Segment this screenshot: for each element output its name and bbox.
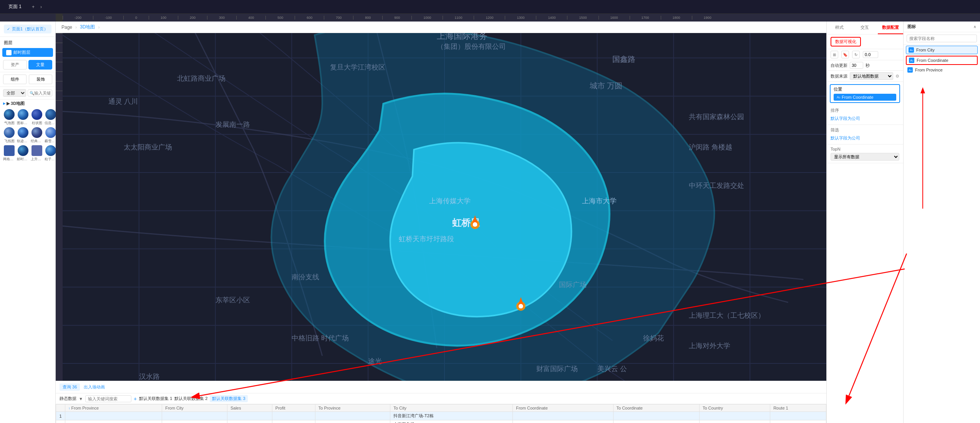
add-tab-button[interactable]: + <box>30 4 36 10</box>
svg-text:上海对外大学: 上海对外大学 <box>689 342 730 350</box>
svg-text:国际广场: 国际广场 <box>559 281 587 289</box>
component-item-info[interactable]: 信息标... <box>45 109 57 126</box>
col-header-from-city[interactable]: From City <box>162 405 227 412</box>
col-header-from-coordinate[interactable]: From Coordinate <box>513 405 613 412</box>
row-num-1: 1 <box>56 412 65 420</box>
data-viz-button[interactable]: 数据可视化 <box>831 37 861 46</box>
breadcrumb: Page › 3D地图 › <box>56 22 826 33</box>
data-source-icon: ⚙ <box>895 74 899 79</box>
auto-refresh-row: 自动更新 秒 <box>827 60 903 71</box>
auto-refresh-input[interactable] <box>850 62 863 69</box>
legend-collapse-button[interactable]: ∧ <box>973 25 976 29</box>
decor-button[interactable]: 装饰 <box>29 75 52 84</box>
component-item-particle[interactable]: 粒子系... <box>45 145 57 162</box>
sidebar-page-item[interactable]: ✓ 页面1（默认首页） <box>4 25 51 33</box>
ruler-tick: 900 <box>382 16 411 20</box>
cell-to-province-1 <box>315 412 390 420</box>
ruler-tick: 500 <box>265 16 295 20</box>
data-search-input[interactable] <box>85 395 131 402</box>
static-data-dropdown[interactable]: ▼ <box>79 396 83 401</box>
coordinate-button[interactable]: Aᵢₗ From Coordinate <box>834 94 896 101</box>
dataset3-item[interactable]: 默认关联数据集 3 <box>210 395 247 402</box>
dataset1-item[interactable]: 默认关联数据集 1 <box>139 396 172 401</box>
icon-row: ⊞ 🔖 ↻ <box>827 49 903 60</box>
map-background: 上海国际港务 （集团）股份有限公司 国鑫路 城市 万圆 复旦大学江湾校区 北虹路… <box>63 33 826 381</box>
ruler-tick: 1700 <box>630 16 661 20</box>
cell-from-city-1 <box>162 412 227 420</box>
tab-page1[interactable]: 页面 1 <box>4 2 26 12</box>
map-with-ruler: 上海国际港务 （集团）股份有限公司 国鑫路 城市 万圆 复旦大学江湾校区 北虹路… <box>56 33 826 381</box>
component-item-track[interactable]: 轨迹线普行政区... <box>17 127 29 144</box>
component-item-heatmap[interactable]: 经典热... <box>31 127 43 144</box>
search-input[interactable] <box>34 91 50 95</box>
position-label: 位置 <box>834 86 896 92</box>
version-input[interactable] <box>863 51 878 58</box>
topn-display-select[interactable]: 显示所有数据 <box>831 153 899 161</box>
component-item-marker[interactable]: 图标标... <box>17 109 29 126</box>
data-source-select[interactable]: 默认地图数据 <box>850 72 893 80</box>
cell-to-city-2: 上海五角场 <box>390 420 513 423</box>
add-data-button[interactable]: + <box>134 396 137 402</box>
col-header-route1[interactable]: Route 1 <box>770 405 826 412</box>
layer-item[interactable]: ⊞ 邮时图层 <box>2 48 53 57</box>
table-row: 2 上海五角场 <box>56 420 826 423</box>
component-item-layer[interactable]: 邮时图层普... <box>17 145 29 162</box>
svg-text:虹桥天市圩圩路段: 虹桥天市圩圩路段 <box>399 235 454 243</box>
tab-style[interactable]: 样式 <box>827 22 852 34</box>
col-header-to-province[interactable]: To Province <box>315 405 390 412</box>
component-thumb <box>18 127 28 138</box>
static-data-section: 静态数据 ▼ + 默认关联数据集 1 默认关联数据集 2 默认关联数据集 3 <box>56 393 826 404</box>
component-item-snow[interactable]: 霾雪热... <box>45 127 57 144</box>
legend-item-from-province[interactable]: Aᵢₗ From Province <box>904 66 980 74</box>
svg-text:沪闵路 角楼越: 沪闵路 角楼越 <box>689 143 732 151</box>
enter-scene-button[interactable]: 出入场动画 <box>84 384 105 390</box>
tab-data-config[interactable]: 数据配置 <box>878 22 903 34</box>
component-item-flyline[interactable]: 飞线图 <box>3 127 15 144</box>
ruler-tick: 1100 <box>443 16 474 20</box>
col-header-sales[interactable]: Sales <box>227 405 272 412</box>
table-icon-button[interactable]: ⊞ <box>831 51 838 58</box>
map-viewport[interactable]: 上海国际港务 （集团）股份有限公司 国鑫路 城市 万圆 复旦大学江湾校区 北虹路… <box>63 33 826 381</box>
bookmark-icon-button[interactable]: 🔖 <box>841 51 849 58</box>
svg-text:同济大学: 同济大学 <box>406 380 434 381</box>
dataset2-item[interactable]: 默认关联数据集 2 <box>174 396 207 401</box>
query-badge: 查询 36 <box>60 383 80 391</box>
component-item-grid[interactable]: 网格地... <box>3 145 15 162</box>
component-item-bar[interactable]: 柱状图 <box>31 109 43 126</box>
col-header-to-country[interactable]: To Country <box>699 405 770 412</box>
widget-button[interactable]: 组件 <box>3 75 27 84</box>
tab-asset[interactable]: 资产 <box>3 60 27 70</box>
ruler-left-tick <box>56 100 63 110</box>
col-header-profit[interactable]: Profit <box>272 405 315 412</box>
component-thumb <box>32 127 42 138</box>
refresh-icon-button[interactable]: ↻ <box>852 51 860 58</box>
component-thumb <box>18 109 28 120</box>
tab-arrow[interactable]: › <box>40 4 42 10</box>
component-thumb <box>45 109 56 120</box>
ruler-top: -200 -100 0 100 200 300 400 500 600 700 … <box>0 14 980 22</box>
legend-item-from-city[interactable]: Aᵢₗ From City <box>906 46 978 54</box>
component-item-text[interactable]: 上升字... <box>31 145 43 162</box>
legend-search-input[interactable] <box>907 35 977 42</box>
component-thumb <box>4 127 15 138</box>
tab-interact[interactable]: 交互 <box>852 22 877 34</box>
filter-placeholder[interactable]: 默认字段为公司 <box>831 134 899 142</box>
tab-amount[interactable]: 文量 <box>28 60 52 70</box>
component-label: 霾雪热... <box>45 139 57 144</box>
data-source-row: 数据来源 默认地图数据 ⚙ <box>827 71 903 82</box>
col-header-to-city[interactable]: To City <box>390 405 513 412</box>
refresh-unit: 秒 <box>866 63 870 68</box>
svg-text:北虹路商业广场: 北虹路商业广场 <box>177 75 226 82</box>
position-section: 位置 Aᵢₗ From Coordinate <box>830 84 900 103</box>
component-thumb <box>32 145 42 156</box>
col-header-to-coordinate[interactable]: To Coordinate <box>613 405 699 412</box>
col-header-from-province[interactable]: ↑ From Province <box>65 405 162 412</box>
category-select[interactable]: 全部 <box>3 89 26 97</box>
auto-refresh-label: 自动更新 <box>831 63 847 68</box>
component-label: 经典热... <box>31 139 43 144</box>
legend-item-from-coordinate[interactable]: Aᵢₗ From Coordinate <box>906 56 978 65</box>
component-item-bubble[interactable]: 气泡图 <box>3 109 15 126</box>
order-placeholder[interactable]: 默认字段为公司 <box>831 115 899 122</box>
legend-item-icon: Aᵢₗ <box>907 67 913 73</box>
map-svg: 上海国际港务 （集团）股份有限公司 国鑫路 城市 万圆 复旦大学江湾校区 北虹路… <box>63 33 826 381</box>
